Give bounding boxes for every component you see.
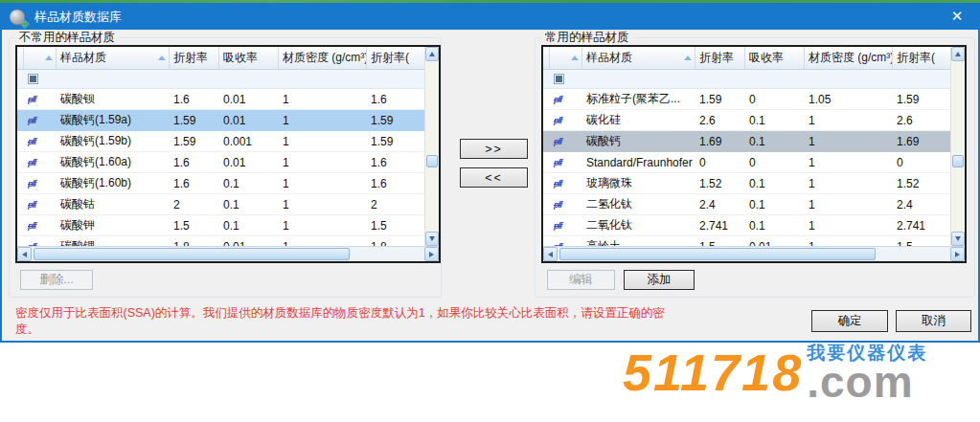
cell-density: 1: [279, 194, 367, 214]
absorption-column-header[interactable]: 吸收率: [219, 47, 279, 69]
ok-button[interactable]: 确定: [811, 310, 888, 332]
absorption-column-header[interactable]: 吸收率: [745, 47, 805, 69]
table-row[interactable]: pff 二氢化钛 2.4 0.1 1 2.4: [543, 194, 954, 215]
add-button[interactable]: 添加: [624, 270, 695, 290]
refractive-column-header[interactable]: 折射率: [695, 47, 745, 69]
filter-box-icon[interactable]: [554, 74, 564, 84]
cell-absorption: 0: [745, 89, 805, 109]
refractive2-column-header[interactable]: 折射率(: [893, 47, 954, 69]
cell-refractive: 2.741: [695, 215, 745, 235]
table-header-row: 样品材质 折射率 吸收率 材质密度 (g/cm³) 折射率(: [543, 47, 954, 70]
cell-refractive2: 1.59: [367, 110, 428, 130]
scroll-left-icon[interactable]: [17, 247, 32, 261]
move-to-uncommon-button[interactable]: <<: [460, 167, 528, 188]
filter-box-icon[interactable]: [28, 74, 38, 84]
vertical-scrollbar[interactable]: [950, 47, 965, 246]
sort-arrow-icon: [45, 56, 53, 60]
table-row[interactable]: pff 碳酸锂 1.8 0.01 1 1.8: [17, 236, 428, 246]
table-row[interactable]: pff 碳酸钙(1.59a) 1.59 0.01 1 1.59: [17, 110, 428, 131]
edit-button[interactable]: 编辑: [547, 270, 615, 290]
dialog-title: 样品材质数据库: [34, 9, 122, 26]
table-row[interactable]: pff 碳酸钾 1.5 0.1 1 1.5: [17, 215, 428, 236]
vertical-scroll-thumb[interactable]: [952, 155, 964, 167]
table-row[interactable]: pff 碳酸钙(1.59b) 1.59 0.001 1 1.59: [17, 131, 428, 152]
table-row[interactable]: pff 高岭土 1.5 0.01 1 1.5: [543, 236, 954, 246]
cell-material: 二氢化钛: [582, 194, 695, 214]
table-row[interactable]: pff 碳酸钙 1.69 0.1 1 1.69: [543, 131, 954, 152]
filter-row[interactable]: [17, 70, 428, 89]
cancel-button[interactable]: 取消: [896, 310, 971, 332]
close-icon[interactable]: ✕: [947, 7, 967, 26]
scroll-left-icon[interactable]: [543, 247, 558, 261]
cell-refractive: 2.4: [695, 194, 745, 214]
icon-column-header[interactable]: [550, 47, 582, 69]
common-materials-table[interactable]: 样品材质 折射率 吸收率 材质密度 (g/cm³) 折射率( pff 标准粒子(…: [541, 45, 967, 263]
material-type-icon: pff: [554, 137, 561, 146]
table-row[interactable]: pff 碳酸钙(1.60b) 1.6 0.1 1 1.6: [17, 173, 428, 194]
cell-refractive: 0: [695, 152, 745, 172]
horizontal-scrollbar[interactable]: [543, 246, 965, 261]
cell-refractive2: 2.4: [893, 194, 954, 214]
uncommon-materials-table[interactable]: 样品材质 折射率 吸收率 材质密度 (g/cm³) 折射率( pff 碳酸钡: [15, 45, 441, 263]
refractive-column-header[interactable]: 折射率: [170, 47, 219, 69]
material-column-header[interactable]: 样品材质: [582, 47, 695, 69]
cell-material: 碳酸钾: [57, 215, 170, 235]
vertical-scrollbar[interactable]: [424, 47, 439, 246]
table-row[interactable]: pff 碳化硅 2.6 0.1 1 2.6: [543, 110, 954, 131]
table-row[interactable]: pff Standard/Fraunhofer 0 0 1 0: [543, 152, 954, 173]
scroll-right-icon[interactable]: [950, 247, 965, 261]
table-row[interactable]: pff 二氧化钛 2.741 0.1 1 2.741: [543, 215, 954, 236]
table-body: pff 碳酸钡 1.6 0.01 1 1.6 pff 碳酸钙(1.59a) 1.…: [17, 89, 428, 246]
table-row[interactable]: pff 碳酸钡 1.6 0.01 1 1.6: [17, 89, 428, 110]
horizontal-scroll-thumb[interactable]: [34, 248, 350, 260]
cell-material: 碳酸钙: [582, 131, 695, 151]
table-row[interactable]: pff 碳酸钙(1.60a) 1.6 0.01 1 1.6: [17, 152, 428, 173]
density-column-header[interactable]: 材质密度 (g/cm³): [805, 47, 893, 69]
cell-refractive2: 1.6: [367, 152, 428, 172]
cell-density: 1: [279, 110, 367, 130]
cell-absorption: 0: [745, 152, 805, 172]
cell-refractive: 1.52: [695, 173, 745, 193]
material-type-icon: pff: [554, 116, 561, 125]
vertical-scroll-thumb[interactable]: [426, 155, 438, 167]
cell-refractive2: 1.5: [893, 236, 954, 246]
cell-absorption: 0.1: [219, 173, 279, 193]
add-material-icon: +: [10, 10, 25, 25]
scroll-right-icon[interactable]: [424, 247, 439, 261]
common-materials-label: 常用的样品材质: [541, 30, 633, 46]
material-column-header[interactable]: 样品材质: [57, 47, 170, 69]
table-row[interactable]: pff 玻璃微珠 1.52 0.1 1 1.52: [543, 173, 954, 194]
cell-refractive2: 1.59: [893, 89, 954, 109]
refractive2-column-header[interactable]: 折射率(: [367, 47, 428, 69]
cell-absorption: 0.1: [745, 131, 805, 151]
cell-absorption: 0.01: [219, 110, 279, 130]
delete-button[interactable]: 删除...: [20, 270, 93, 290]
table-row[interactable]: pff 标准粒子(聚苯乙... 1.59 0 1.05 1.59: [543, 89, 954, 110]
material-type-icon: pff: [554, 95, 561, 104]
material-type-icon: pff: [28, 95, 35, 104]
table-row[interactable]: pff 碳酸钴 2 0.1 1 2: [17, 194, 428, 215]
move-to-common-button[interactable]: >>: [460, 139, 528, 159]
cell-absorption: 0.001: [219, 131, 279, 151]
material-type-icon: pff: [554, 200, 561, 210]
horizontal-scrollbar[interactable]: [17, 246, 439, 261]
horizontal-scroll-thumb[interactable]: [559, 248, 876, 260]
cell-density: 1: [805, 152, 893, 172]
sort-arrow-icon: [571, 56, 579, 60]
material-type-icon: pff: [28, 116, 35, 125]
filter-row[interactable]: [543, 70, 954, 89]
cell-material: 高岭土: [582, 236, 695, 246]
title-bar[interactable]: + 样品材质数据库 ✕: [2, 5, 978, 30]
cell-density: 1: [279, 236, 367, 246]
material-type-icon: pff: [28, 179, 35, 189]
scroll-up-icon[interactable]: [951, 47, 965, 61]
scroll-down-icon[interactable]: [425, 232, 439, 246]
icon-column-header[interactable]: [24, 47, 57, 69]
scroll-up-icon[interactable]: [425, 47, 439, 61]
cell-refractive2: 2.741: [893, 215, 954, 235]
material-type-icon: pff: [554, 158, 561, 167]
scroll-down-icon[interactable]: [951, 232, 965, 246]
cell-refractive: 1.5: [695, 236, 745, 246]
cell-material: 玻璃微珠: [582, 173, 695, 193]
density-column-header[interactable]: 材质密度 (g/cm³): [279, 47, 367, 69]
